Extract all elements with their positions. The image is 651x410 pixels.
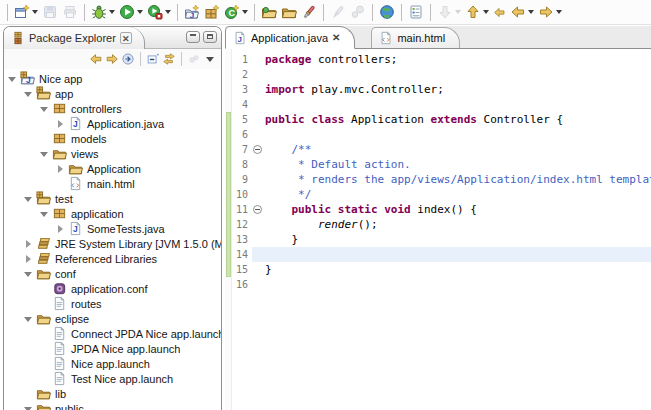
tree-item-models[interactable]: models (4, 131, 221, 146)
tree-item-public[interactable]: public (4, 401, 221, 410)
code-editor[interactable]: 1package controllers; 2 3import play.mvc… (225, 49, 651, 410)
highlighter-button[interactable] (328, 2, 348, 23)
line-number: 13 (225, 232, 252, 247)
close-icon[interactable]: ✕ (120, 32, 132, 44)
chevron-down-icon[interactable] (32, 10, 38, 14)
new-wizard-button[interactable] (12, 2, 40, 23)
code-line: 7 /** (225, 142, 651, 157)
tree-item-test-nice-app-launch[interactable]: Test Nice app.launch (4, 371, 221, 386)
run-button[interactable] (117, 2, 145, 23)
new-java-project-button[interactable] (182, 2, 202, 23)
tree-item-test[interactable]: test (4, 191, 221, 206)
last-edit-location-button[interactable] (491, 2, 508, 23)
code-line: 1package controllers; (225, 52, 651, 67)
code-line: 10 */ (225, 187, 651, 202)
expander-icon[interactable] (24, 254, 34, 264)
chevron-down-icon[interactable] (455, 10, 461, 14)
tree-item-routes[interactable]: routes (4, 296, 221, 311)
package-explorer-header: Package Explorer ✕ (4, 27, 221, 49)
arrow-left-icon (493, 6, 506, 19)
chevron-down-icon[interactable] (165, 10, 171, 14)
expander-icon[interactable] (40, 209, 50, 219)
debug-button[interactable] (89, 2, 117, 23)
minimize-button[interactable] (186, 31, 200, 43)
web-browser-button[interactable] (377, 2, 397, 23)
expander-icon[interactable] (56, 224, 66, 234)
new-class-button[interactable] (222, 2, 250, 23)
text-file-icon (52, 296, 67, 311)
tree-item-lib[interactable]: lib (4, 386, 221, 401)
folder-icon (36, 386, 51, 401)
chevron-down-icon[interactable] (556, 10, 562, 14)
tree-item-application-java[interactable]: Application.java (4, 116, 221, 131)
tree-item-nice-app[interactable]: Nice app (4, 71, 221, 86)
go-into-icon[interactable] (121, 52, 135, 66)
back-icon[interactable] (89, 52, 103, 66)
tree-item-referenced-libraries[interactable]: Referenced Libraries (4, 251, 221, 266)
expander-icon[interactable] (24, 239, 34, 249)
chevron-down-icon[interactable] (483, 10, 489, 14)
tree-item-app[interactable]: app (4, 86, 221, 101)
previous-annotation-button[interactable] (463, 2, 491, 23)
new-package-button[interactable] (202, 2, 222, 23)
run-external-tools-button[interactable] (145, 2, 173, 23)
tree-item-application-package[interactable]: application (4, 206, 221, 221)
back-button[interactable] (508, 2, 536, 23)
filters-icon[interactable] (187, 52, 201, 66)
line-number: 11 (225, 202, 252, 217)
tab-application-java[interactable]: Application.java ✕ (225, 26, 355, 49)
tree-item-nice-app-launch[interactable]: Nice app.launch (4, 356, 221, 371)
tree-item-application-folder[interactable]: Application (4, 161, 221, 176)
expander-icon[interactable] (24, 194, 34, 204)
expander-icon (40, 329, 50, 339)
bubbles-button[interactable] (348, 2, 368, 23)
tree-item-conf[interactable]: conf (4, 266, 221, 281)
line-number: 2 (225, 67, 252, 82)
run-icon (119, 4, 135, 20)
toolbar-separator (401, 4, 402, 21)
print-button[interactable] (60, 2, 80, 23)
fold-marker-icon[interactable] (253, 145, 262, 154)
open-folder-green-button[interactable] (259, 2, 279, 23)
expander-icon[interactable] (40, 149, 50, 159)
tab-main-html[interactable]: main.html (371, 27, 460, 48)
line-number: 4 (225, 97, 252, 112)
expander-icon[interactable] (24, 89, 34, 99)
fold-marker-icon[interactable] (253, 205, 262, 214)
tasks-button[interactable] (406, 2, 426, 23)
expander-icon[interactable] (24, 269, 34, 279)
tree-item-main-html[interactable]: main.html (4, 176, 221, 191)
collapse-all-icon[interactable] (146, 52, 160, 66)
expander-icon[interactable] (56, 119, 66, 129)
globe-icon (379, 4, 395, 20)
close-icon[interactable]: ✕ (332, 32, 340, 43)
tree-item-jre-system-library[interactable]: JRE System Library [JVM 1.5.0 (Mac (4, 236, 221, 251)
forward-icon[interactable] (105, 52, 119, 66)
tree-item-controllers[interactable]: controllers (4, 101, 221, 116)
open-folder-button[interactable] (279, 2, 299, 23)
expander-icon (40, 359, 50, 369)
tree-item-jpda-launch[interactable]: JPDA Nice app.launch (4, 341, 221, 356)
chevron-down-icon[interactable] (528, 10, 534, 14)
tree-item-connect-jpda-launch[interactable]: Connect JPDA Nice app.launch (4, 326, 221, 341)
chevron-down-icon[interactable] (242, 10, 248, 14)
expander-icon[interactable] (8, 74, 18, 84)
save-button[interactable] (40, 2, 60, 23)
maximize-button[interactable] (203, 31, 217, 43)
chevron-down-icon[interactable] (137, 10, 143, 14)
view-menu-icon[interactable] (206, 57, 214, 62)
forward-button[interactable] (536, 2, 564, 23)
tree-item-sometests-java[interactable]: SomeTests.java (4, 221, 221, 236)
expander-icon[interactable] (24, 314, 34, 324)
next-annotation-button[interactable] (435, 2, 463, 23)
expander-icon[interactable] (40, 104, 50, 114)
paintbrush-button[interactable] (299, 2, 319, 23)
tree-item-application-conf[interactable]: application.conf (4, 281, 221, 296)
chevron-down-icon[interactable] (109, 10, 115, 14)
expander-icon[interactable] (24, 404, 34, 410)
tree-item-views[interactable]: views (4, 146, 221, 161)
link-with-editor-icon[interactable] (162, 52, 176, 66)
package-explorer-tab[interactable]: Package Explorer ✕ (4, 27, 145, 49)
expander-icon[interactable] (56, 164, 66, 174)
tree-item-eclipse[interactable]: eclipse (4, 311, 221, 326)
